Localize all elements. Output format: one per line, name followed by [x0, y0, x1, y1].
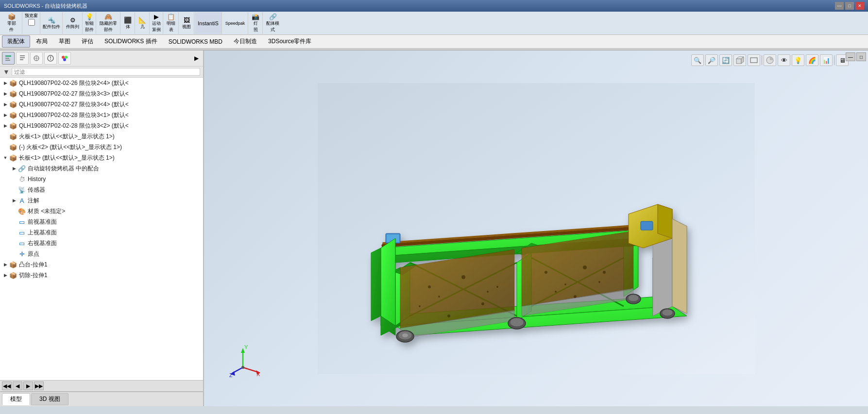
- tree-item[interactable]: ▶A注解: [0, 195, 203, 206]
- nav-next-btn[interactable]: ▶: [23, 381, 33, 390]
- nav-last-btn[interactable]: ▶▶: [34, 381, 44, 390]
- btn-view[interactable]: 🖼视图: [182, 17, 191, 30]
- tree-item-icon: 📦: [9, 260, 17, 269]
- btn-speedpak[interactable]: Speedpak: [225, 21, 245, 26]
- svg-text:Z: Z: [229, 372, 233, 377]
- btn-preview[interactable]: 预览窗: [25, 13, 38, 19]
- tab-3dsource[interactable]: 3DSource零件库: [263, 35, 317, 48]
- tree-item-label: 上视基准面: [28, 229, 57, 237]
- tab-today-mfg[interactable]: 今日制造: [228, 35, 262, 48]
- minimize-btn[interactable]: —: [835, 2, 844, 10]
- svg-point-12: [62, 56, 65, 59]
- tree-item-label: QLH190807P02-02-27 限位块3<3> (默认<: [19, 90, 129, 98]
- btn-geo[interactable]: 📐几: [138, 17, 146, 30]
- btn-fittings[interactable]: 🔩 配件扣件: [43, 17, 60, 30]
- tree-expand-arrow[interactable]: ▶: [2, 113, 9, 117]
- tree-item[interactable]: ⏱History: [0, 174, 203, 184]
- tree-item-icon: ✛: [17, 249, 26, 258]
- maximize-btn[interactable]: □: [845, 2, 854, 10]
- svg-rect-59: [641, 221, 653, 230]
- color-btn[interactable]: [58, 52, 71, 65]
- axis-indicator: Y X Z: [228, 343, 262, 377]
- tab-sketch[interactable]: 草图: [53, 35, 76, 48]
- tree-item[interactable]: ▭前视基准面: [0, 216, 203, 227]
- group-view: 🖼视图: [179, 12, 194, 34]
- btn-instantis[interactable]: InstantiS: [198, 20, 219, 26]
- tree-expand-arrow[interactable]: ▶: [2, 123, 9, 128]
- tree-item[interactable]: 📦(-) 火板<2> (默认<<默认>_显示状态 1>): [0, 142, 203, 152]
- model-container: [204, 50, 868, 406]
- svg-point-68: [419, 305, 421, 307]
- 3d-view-tab[interactable]: 3D 视图: [31, 393, 68, 405]
- tree-item[interactable]: ▭上视基准面: [0, 227, 203, 238]
- property-btn[interactable]: [16, 52, 29, 65]
- btn-bom[interactable]: 📋明细表: [167, 13, 175, 33]
- tree-item[interactable]: ▶📦QLH190807P02-02-27 限位块3<3> (默认<: [0, 88, 203, 99]
- btn-zero-parts[interactable]: 📦 零部 件: [6, 13, 17, 33]
- group-body: ⬛体: [121, 12, 135, 34]
- tree-item[interactable]: 📦火板<1> (默认<<默认>_显示状态 1>): [0, 131, 203, 142]
- btn-motion[interactable]: ▶运动算例: [152, 13, 161, 33]
- tree-item[interactable]: ▶📦QLH190807P02-02-26 限位块2<4> (默认<: [0, 78, 203, 88]
- tree-expand-arrow[interactable]: ▶: [2, 273, 9, 278]
- filter-input[interactable]: [12, 68, 200, 76]
- preview-checkbox[interactable]: [28, 19, 35, 26]
- tree-item-label: 原点: [28, 250, 39, 258]
- tree-item[interactable]: ✛原点: [0, 248, 203, 259]
- tree-expand-arrow[interactable]: ▶: [11, 198, 17, 203]
- tab-sw-plugins[interactable]: SOLIDWORKS 插件: [99, 35, 163, 48]
- tree-view-btn[interactable]: [2, 52, 15, 65]
- tree-item[interactable]: ▶📦QLH190807P02-02-28 限位块3<1> (默认<: [0, 110, 203, 120]
- svg-rect-5: [20, 59, 23, 60]
- tab-layout[interactable]: 布局: [31, 35, 53, 48]
- tree-item[interactable]: ▭右视基准面: [0, 238, 203, 248]
- expand-panel-btn[interactable]: ▶: [191, 53, 201, 63]
- group-motion: ▶运动算例: [150, 12, 163, 34]
- tree-item[interactable]: ▶📦凸台-拉伸1: [0, 259, 203, 270]
- tree-expand-arrow[interactable]: ▶: [2, 262, 9, 267]
- group-hidden: 🙈隐藏的零部件: [97, 12, 120, 34]
- btn-array[interactable]: ⚙件阵列: [66, 17, 79, 30]
- svg-marker-60: [381, 238, 395, 326]
- group-preview: 预览窗: [23, 12, 40, 34]
- tree-expand-arrow[interactable]: ▶: [2, 81, 9, 85]
- nav-first-btn[interactable]: ◀◀: [2, 381, 12, 390]
- svg-point-65: [461, 275, 465, 279]
- btn-body[interactable]: ⬛体: [124, 17, 132, 30]
- svg-point-76: [555, 291, 557, 293]
- nav-prev-btn[interactable]: ◀: [13, 381, 22, 390]
- config-btn[interactable]: [30, 52, 43, 65]
- svg-point-56: [662, 309, 673, 316]
- tree-item-icon: 📦: [9, 89, 17, 98]
- svg-point-69: [481, 302, 484, 305]
- tab-sw-mbd[interactable]: SOLIDWORKS MBD: [163, 36, 228, 47]
- tree-item-label: 凸台-拉伸1: [19, 261, 48, 269]
- svg-rect-3: [20, 55, 25, 56]
- tree-expand-arrow[interactable]: ▶: [2, 91, 9, 96]
- tree-item[interactable]: ▶🔗自动旋转烧烤机器 中的配合: [0, 163, 203, 174]
- tree-expand-arrow[interactable]: ▶: [11, 166, 17, 171]
- tab-assembly[interactable]: 装配体: [2, 35, 30, 48]
- tree-item[interactable]: ▶📦QLH190807P02-02-27 限位块3<4> (默认<: [0, 99, 203, 110]
- model-tab[interactable]: 模型: [2, 393, 30, 405]
- tree-expand-arrow[interactable]: ▼: [2, 155, 9, 160]
- tree-item-label: 注解: [28, 197, 39, 205]
- tab-evaluate[interactable]: 评估: [76, 35, 99, 48]
- tree-item-icon: ▭: [17, 217, 26, 226]
- left-panel: ▶ ▼ ▶📦QLH190807P02-02-26 限位块2<4> (默认<▶📦Q…: [0, 50, 204, 406]
- svg-marker-47: [658, 204, 672, 238]
- btn-hidden[interactable]: 🙈隐藏的零部件: [100, 13, 117, 33]
- tree-item[interactable]: ▼📦长板<1> (默认<<默认>_显示状态 1>): [0, 152, 203, 163]
- btn-smart[interactable]: 💡智能部件: [85, 13, 94, 33]
- title-bar: SOLIDWORKS - 自动旋转烧烤机器 — □ ✕: [0, 0, 868, 12]
- tree-item[interactable]: 📡传感器: [0, 184, 203, 195]
- close-btn[interactable]: ✕: [855, 2, 864, 10]
- tree-item[interactable]: ▶📦QLH190807P02-02-28 限位块3<2> (默认<: [0, 120, 203, 131]
- tree-expand-arrow[interactable]: ▶: [2, 102, 9, 107]
- dimension-btn[interactable]: [44, 52, 57, 65]
- btn-assembly-mode[interactable]: 🔗配体模式: [266, 13, 279, 33]
- tree-item[interactable]: ▶📦切除-拉伸1: [0, 270, 203, 281]
- btn-lamp[interactable]: 📸灯照: [252, 13, 259, 33]
- svg-point-66: [487, 291, 489, 293]
- tree-item[interactable]: 🎨材质 <未指定>: [0, 206, 203, 216]
